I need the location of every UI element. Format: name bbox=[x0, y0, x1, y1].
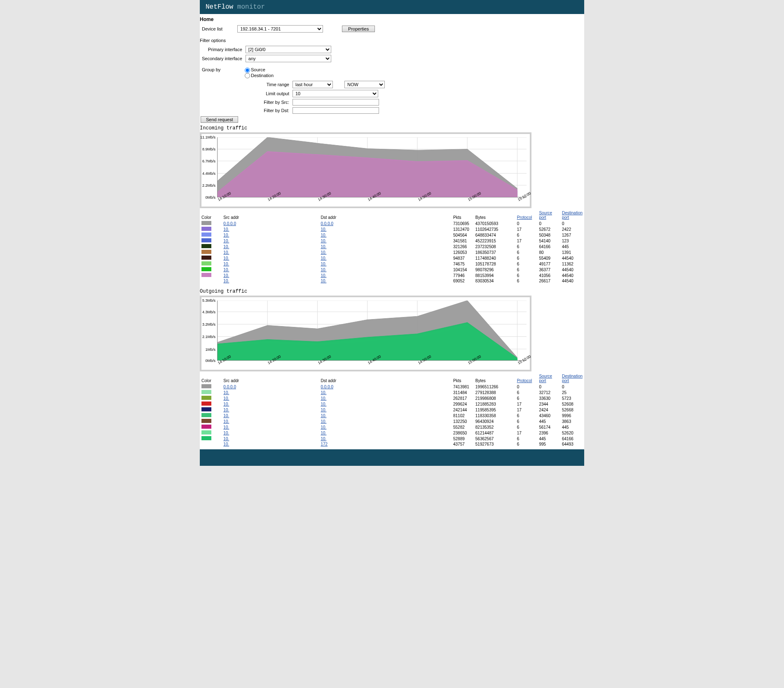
proto-cell: 6 bbox=[515, 244, 538, 249]
bytes-cell: 82135352 bbox=[474, 424, 515, 430]
pkts-cell: 238650 bbox=[452, 430, 474, 436]
src-addr-link[interactable]: 10. bbox=[223, 227, 229, 232]
dport-cell: 52668 bbox=[560, 407, 584, 413]
table-row: 0.0.0.00.0.0.073106954370150593000 bbox=[200, 221, 584, 226]
col-dport-link[interactable]: Destination port bbox=[562, 211, 583, 220]
group-source-radio[interactable] bbox=[245, 68, 250, 73]
col-sport-link[interactable]: Source port bbox=[539, 374, 552, 383]
src-addr-link[interactable]: 10. bbox=[223, 273, 229, 278]
proto-cell: 6 bbox=[515, 441, 538, 447]
send-request-button[interactable]: Send request bbox=[201, 116, 238, 123]
src-addr-link[interactable]: 10. bbox=[223, 408, 229, 412]
src-addr-link[interactable]: 0.0.0.0 bbox=[223, 221, 236, 226]
dst-addr-link[interactable]: 10. bbox=[321, 431, 326, 435]
proto-cell: 6 bbox=[515, 232, 538, 238]
color-swatch bbox=[201, 425, 211, 429]
secondary-if-select[interactable]: any bbox=[246, 55, 331, 62]
group-dest-option[interactable]: Destination bbox=[245, 73, 274, 78]
dport-cell: 44540 bbox=[560, 278, 584, 284]
proto-cell: 6 bbox=[515, 424, 538, 430]
col-sport-link[interactable]: Source port bbox=[539, 211, 552, 220]
dst-addr-link[interactable]: 10. bbox=[321, 273, 326, 278]
src-addr-link[interactable]: 10. bbox=[223, 396, 229, 401]
dst-addr-link[interactable]: 0.0.0.0 bbox=[321, 385, 333, 389]
dst-addr-link[interactable]: 10. bbox=[321, 402, 326, 406]
group-source-option[interactable]: Source bbox=[245, 67, 265, 72]
primary-if-select[interactable]: [2] Gi0/0 bbox=[246, 46, 331, 53]
outgoing-title: Outgoing traffic bbox=[200, 286, 584, 296]
col-src: Src addr bbox=[222, 373, 319, 384]
dport-cell: 64493 bbox=[560, 441, 584, 447]
table-row: 10.1724375751927673699564493 bbox=[200, 441, 584, 447]
src-addr-link[interactable]: 10. bbox=[223, 431, 229, 435]
color-swatch bbox=[201, 267, 211, 271]
filter-dst-input[interactable] bbox=[293, 107, 379, 114]
table-row: 10.10.2628172199868086336305723 bbox=[200, 395, 584, 401]
pkts-cell: 242144 bbox=[452, 407, 474, 413]
filter-form: Device list 192.168.34.1 - 7201 Properti… bbox=[200, 24, 377, 34]
src-addr-link[interactable]: 10. bbox=[223, 268, 229, 272]
dst-addr-link[interactable]: 10. bbox=[321, 227, 326, 232]
dst-addr-link[interactable]: 10. bbox=[321, 396, 326, 401]
col-proto-link[interactable]: Protocol bbox=[517, 378, 532, 383]
pkts-cell: 69052 bbox=[452, 278, 474, 284]
time-range-offset-select[interactable]: NOW bbox=[344, 81, 385, 88]
dst-addr-link[interactable]: 10. bbox=[321, 256, 326, 261]
src-addr-link[interactable]: 10. bbox=[223, 256, 229, 261]
bytes-cell: 83030534 bbox=[474, 278, 515, 284]
dst-addr-link[interactable]: 172 bbox=[321, 442, 328, 446]
table-row: 10.10.690528303053462661744540 bbox=[200, 278, 584, 284]
device-select[interactable]: 192.168.34.1 - 7201 bbox=[237, 25, 323, 33]
device-list-label: Device list bbox=[201, 25, 224, 33]
proto-cell: 6 bbox=[515, 395, 538, 401]
dst-addr-link[interactable]: 10. bbox=[321, 233, 326, 237]
src-addr-link[interactable]: 10. bbox=[223, 419, 229, 424]
src-addr-link[interactable]: 10. bbox=[223, 250, 229, 255]
incoming-chart: 0Mb/s2.2Mb/s4.4Mb/s6.7Mb/s8.9Mb/s11.1Mb/… bbox=[200, 132, 531, 208]
dport-cell: 52608 bbox=[560, 401, 584, 407]
pkts-cell: 1312470 bbox=[452, 226, 474, 232]
dst-addr-link[interactable]: 10. bbox=[321, 262, 326, 266]
time-range-select[interactable]: last hour bbox=[293, 81, 333, 88]
dst-addr-link[interactable]: 10. bbox=[321, 425, 326, 430]
src-addr-link[interactable]: 10. bbox=[223, 233, 229, 237]
limit-output-select[interactable]: 10 bbox=[293, 90, 378, 97]
pkts-cell: 52889 bbox=[452, 436, 474, 441]
proto-cell: 6 bbox=[515, 418, 538, 424]
dst-addr-link[interactable]: 10. bbox=[321, 419, 326, 424]
src-addr-link[interactable]: 10. bbox=[223, 402, 229, 406]
dst-addr-link[interactable]: 10. bbox=[321, 244, 326, 249]
src-addr-link[interactable]: 10. bbox=[223, 413, 229, 418]
col-dport-link[interactable]: Destination port bbox=[562, 374, 583, 383]
filter-src-input[interactable] bbox=[293, 99, 379, 106]
src-addr-link[interactable]: 10. bbox=[223, 239, 229, 243]
dst-addr-link[interactable]: 10. bbox=[321, 268, 326, 272]
pkts-cell: 262817 bbox=[452, 395, 474, 401]
src-addr-link[interactable]: 0.0.0.0 bbox=[223, 385, 236, 389]
dst-addr-link[interactable]: 10. bbox=[321, 239, 326, 243]
group-dest-radio[interactable] bbox=[245, 73, 250, 78]
src-addr-link[interactable]: 10. bbox=[223, 425, 229, 430]
src-addr-link[interactable]: 10. bbox=[223, 244, 229, 249]
col-proto-link[interactable]: Protocol bbox=[517, 215, 532, 220]
dst-addr-link[interactable]: 10. bbox=[321, 408, 326, 412]
dst-addr-link[interactable]: 0.0.0.0 bbox=[321, 221, 333, 226]
dst-addr-link[interactable]: 10. bbox=[321, 250, 326, 255]
bytes-cell: 237232508 bbox=[474, 244, 515, 249]
dst-addr-link[interactable]: 10. bbox=[321, 413, 326, 418]
src-addr-link[interactable]: 10. bbox=[223, 279, 229, 283]
src-addr-link[interactable]: 10. bbox=[223, 437, 229, 441]
src-addr-link[interactable]: 10. bbox=[223, 442, 229, 446]
pkts-cell: 81102 bbox=[452, 413, 474, 418]
dst-addr-link[interactable]: 10. bbox=[321, 279, 326, 283]
proto-cell: 6 bbox=[515, 261, 538, 267]
bytes-cell: 121885283 bbox=[474, 401, 515, 407]
dst-addr-link[interactable]: 10. bbox=[321, 437, 326, 441]
color-swatch bbox=[201, 430, 211, 434]
src-addr-link[interactable]: 10. bbox=[223, 390, 229, 395]
sport-cell: 56174 bbox=[537, 424, 560, 430]
dport-cell: 3863 bbox=[560, 418, 584, 424]
dst-addr-link[interactable]: 10. bbox=[321, 390, 326, 395]
properties-button[interactable]: Properties bbox=[342, 26, 375, 32]
src-addr-link[interactable]: 10. bbox=[223, 262, 229, 266]
